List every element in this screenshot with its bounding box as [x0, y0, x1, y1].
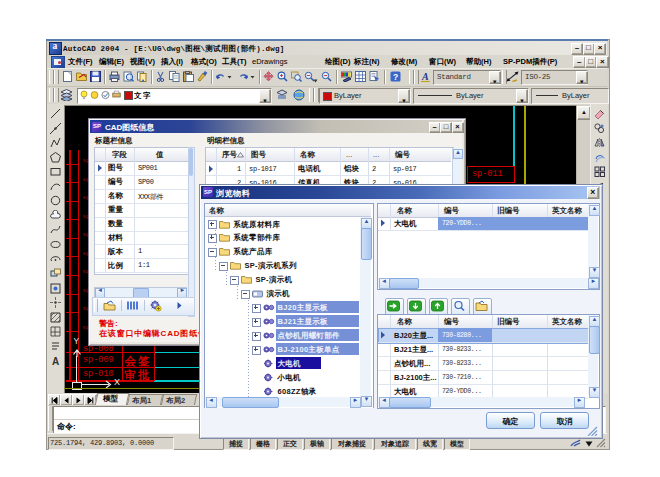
svg-text:A: A	[52, 356, 59, 367]
svg-text:A: A	[421, 71, 429, 82]
svg-text:?: ?	[393, 72, 398, 82]
